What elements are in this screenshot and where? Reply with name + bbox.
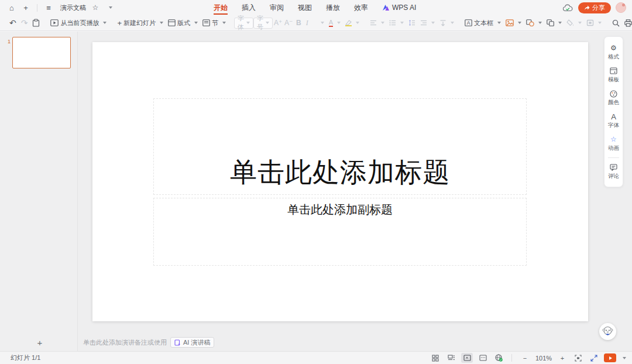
font-name-placeholder: 字体 — [238, 14, 244, 32]
tab-insert[interactable]: 插入 — [237, 0, 260, 15]
chevron-down-icon — [497, 22, 501, 24]
grid-view-button[interactable] — [430, 353, 441, 363]
section-button[interactable]: 节 — [200, 17, 228, 29]
redo-icon: ↷ — [21, 19, 28, 27]
tab-wps-ai[interactable]: WPS AI — [377, 4, 421, 12]
find-button[interactable] — [610, 17, 622, 29]
right-sidebar: ⚙ 格式 模板 颜色 A 字体 ☆ 动画 — [604, 36, 623, 187]
notes-view-button[interactable] — [477, 353, 489, 363]
subtitle-placeholder-box[interactable]: 单击此处添加副标题 — [153, 198, 527, 266]
sidebar-item-color[interactable]: 颜色 — [604, 87, 623, 109]
font-color-button[interactable]: A — [327, 17, 343, 29]
sidebar-item-label: 动画 — [608, 145, 619, 152]
animation-star-icon: ☆ — [610, 135, 617, 143]
zoom-level[interactable]: 101% — [535, 355, 552, 362]
italic-button[interactable]: I — [304, 17, 327, 29]
wps-ai-logo-icon — [382, 4, 390, 11]
redo-button[interactable]: ↷ — [19, 17, 30, 29]
slide-canvas[interactable]: 单击此处添加标题 单击此处添加副标题 — [92, 42, 588, 321]
font-name-select[interactable]: 字体 — [234, 18, 253, 29]
play-from-current-button[interactable]: 从当前页播放 — [48, 17, 109, 29]
tab-home[interactable]: 开始 — [209, 0, 232, 15]
share-icon — [584, 5, 590, 11]
indent-icon — [420, 20, 427, 26]
indent-button[interactable] — [418, 17, 437, 29]
speaker-notes-bar[interactable]: 单击此处添加演讲备注或使用 AI 演讲稿 — [83, 337, 214, 348]
layout-button[interactable]: 版式 — [166, 17, 200, 29]
vertical-align-icon — [439, 20, 446, 26]
hamburger-icon: ≡ — [46, 4, 51, 12]
tab-slideshow[interactable]: 播放 — [321, 0, 345, 15]
start-slideshow-button[interactable] — [604, 353, 616, 362]
template-icon — [610, 67, 617, 75]
sidebar-item-font[interactable]: A 字体 — [604, 109, 623, 132]
font-size-select[interactable]: 字号 — [253, 18, 273, 29]
chevron-down-icon — [598, 22, 602, 24]
titlebar: ⌂ + ≡ 演示文稿 ☆ 开始 插入 审阅 视图 播放 效率 WPS AI — [0, 0, 632, 15]
star-icon: ☆ — [92, 4, 99, 11]
assistant-mascot-button[interactable] — [599, 323, 616, 340]
user-avatar[interactable] — [616, 2, 626, 13]
fit-slide-button[interactable] — [572, 353, 584, 363]
fill-color-button[interactable] — [564, 17, 584, 29]
proofing-button[interactable] — [493, 353, 504, 363]
textbox-icon: A — [465, 19, 472, 26]
outline-color-button[interactable] — [584, 17, 604, 29]
align-button[interactable] — [367, 17, 387, 29]
menu-button[interactable]: ≡ — [43, 2, 54, 13]
play-slideshow-icon — [50, 19, 59, 26]
textbox-button[interactable]: A 文本框 — [462, 17, 503, 29]
chevron-down-icon — [623, 357, 626, 359]
layout-label: 版式 — [177, 19, 190, 28]
print-button[interactable] — [622, 17, 632, 29]
statusbar-right: − 101% + — [430, 353, 626, 363]
gear-icon: ⚙ — [610, 44, 617, 52]
tab-view[interactable]: 视图 — [293, 0, 317, 15]
insert-shape-button[interactable] — [524, 17, 544, 29]
new-tab-button[interactable]: + — [20, 2, 32, 13]
normal-view-button[interactable] — [461, 353, 473, 363]
insert-image-button[interactable] — [503, 17, 524, 29]
decrease-font-button[interactable]: A⁻ — [283, 17, 294, 29]
cloud-sync-button[interactable] — [562, 2, 573, 13]
increase-font-button[interactable]: A⁺ — [273, 17, 283, 29]
fullscreen-button[interactable] — [588, 353, 600, 363]
zoom-out-button[interactable]: − — [519, 353, 531, 363]
highlight-button[interactable] — [343, 17, 362, 29]
title-placeholder-box[interactable]: 单击此处添加标题 — [153, 98, 527, 195]
text-direction-button[interactable] — [437, 17, 456, 29]
sidebar-item-format[interactable]: ⚙ 格式 — [604, 41, 623, 64]
tab-efficiency[interactable]: 效率 — [349, 0, 373, 15]
sidebar-item-comments[interactable]: 评论 — [604, 160, 623, 183]
title-dropdown-button[interactable] — [104, 2, 115, 13]
slide-number: 1 — [4, 37, 11, 68]
home-button[interactable]: ⌂ — [6, 2, 18, 13]
svg-text:A: A — [467, 20, 470, 26]
new-slide-button[interactable]: + 新建幻灯片 — [115, 17, 166, 29]
bullet-list-button[interactable] — [387, 17, 406, 29]
ai-speech-notes-button[interactable]: AI 演讲稿 — [170, 337, 214, 348]
zoom-in-button[interactable]: + — [557, 353, 568, 363]
plus-icon: + — [117, 19, 122, 27]
undo-button[interactable]: ↶ — [7, 17, 19, 29]
layout-icon — [168, 19, 176, 26]
chevron-down-icon — [451, 22, 454, 24]
slide-count-info: 幻灯片 1/1 — [11, 353, 40, 362]
document-title: 演示文稿 — [60, 4, 86, 12]
add-slide-button[interactable]: + — [34, 336, 46, 348]
line-spacing-button[interactable] — [406, 17, 418, 29]
paste-button[interactable] — [30, 17, 42, 29]
arrange-button[interactable] — [544, 17, 564, 29]
slide-thumbnail[interactable] — [12, 37, 71, 68]
section-label: 节 — [212, 19, 218, 28]
bold-button[interactable]: B — [294, 17, 304, 29]
title-placeholder-text: 单击此处添加标题 — [230, 154, 450, 191]
favorite-button[interactable]: ☆ — [90, 2, 101, 13]
tab-review[interactable]: 审阅 — [265, 0, 288, 15]
slide-sorter-button[interactable] — [445, 353, 457, 363]
share-button[interactable]: 分享 — [578, 2, 611, 13]
chevron-down-icon — [321, 22, 324, 24]
sidebar-item-template[interactable]: 模板 — [604, 64, 623, 87]
titlebar-left: ⌂ + ≡ 演示文稿 ☆ — [6, 2, 115, 13]
sidebar-item-animation[interactable]: ☆ 动画 — [604, 132, 623, 155]
